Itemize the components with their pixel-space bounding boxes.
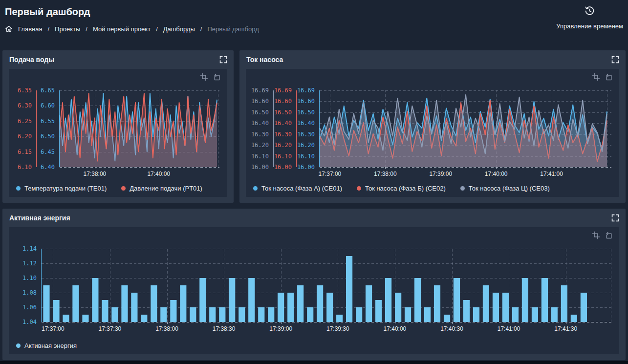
bar xyxy=(434,285,440,322)
bar xyxy=(366,285,372,322)
plot-area[interactable]: 17:38:0017:40:00 xyxy=(60,90,219,167)
fullscreen-button[interactable] xyxy=(611,56,619,64)
bar xyxy=(82,315,88,322)
y-axis-tick-label: 6.40 xyxy=(41,164,55,170)
chart-area: 6.356.306.256.206.156.106.656.606.556.50… xyxy=(9,69,227,197)
breadcrumb-separator: / xyxy=(86,25,87,33)
breadcrumb-separator: / xyxy=(47,25,49,33)
breadcrumb: Главная/Проекты/Мой первый проект/Дашбор… xyxy=(5,25,259,33)
y-axis-tick-label: 16.50 xyxy=(297,109,315,115)
fullscreen-button[interactable] xyxy=(219,56,227,64)
y-axis-3: 16.6916.6016.5016.4016.3016.2016.1016.00 xyxy=(297,90,320,167)
bar xyxy=(141,315,147,322)
legend-label: Ток насоса (Фаза А) (CE01) xyxy=(261,185,342,192)
panel-title: Подача воды xyxy=(9,56,54,64)
crop-zoom-button[interactable] xyxy=(592,231,600,243)
y-axis-tick-label: 16.50 xyxy=(274,109,292,115)
chart-row: 6.356.306.256.206.156.106.656.606.556.50… xyxy=(14,90,219,167)
page-title: Первый дашборд xyxy=(5,6,90,18)
breadcrumb-item[interactable]: Дашборды xyxy=(163,25,195,33)
bar xyxy=(287,293,294,322)
crop-zoom-button[interactable] xyxy=(592,73,600,85)
y-axis-tick-label: 16.69 xyxy=(251,87,269,93)
y-axis-tick-label: 16.10 xyxy=(251,153,269,159)
x-axis-tick xyxy=(167,322,168,324)
y-axis-tick-label: 16.20 xyxy=(274,142,292,148)
breadcrumb-separator: / xyxy=(156,25,158,33)
y-axis-tick-label: 6.65 xyxy=(41,87,55,93)
legend-item[interactable]: Давление подачи (PT01) xyxy=(121,185,202,192)
x-axis-tick xyxy=(159,167,159,169)
y-axis-tick-label: 16.69 xyxy=(274,87,292,93)
chart-row: 1.141.121.101.081.061.0417:37:0017:37:30… xyxy=(14,249,611,322)
y-axis-1: 16.6916.6016.5016.4016.3016.2016.1016.00 xyxy=(251,90,274,167)
y-axis-tick-label: 16.20 xyxy=(297,142,315,148)
legend-label: Давление подачи (PT01) xyxy=(130,185,202,192)
x-axis-tick xyxy=(552,167,552,169)
fullscreen-button[interactable] xyxy=(611,214,619,222)
y-axis-tick-label: 16.10 xyxy=(274,153,292,159)
y-axis-tick-label: 6.25 xyxy=(18,118,32,124)
reset-zoom-button[interactable] xyxy=(605,231,613,243)
bar xyxy=(160,307,167,322)
bar xyxy=(454,278,460,322)
bar xyxy=(258,307,264,322)
x-axis-tick xyxy=(441,167,441,169)
reset-zoom-icon xyxy=(605,231,613,239)
plot-area[interactable]: 17:37:0017:38:0017:39:0017:40:0017:41:00 xyxy=(320,90,611,167)
legend-item[interactable]: Ток насоса (Фаза Ц) (CE03) xyxy=(460,185,550,192)
reset-zoom-button[interactable] xyxy=(213,73,221,85)
breadcrumb-item[interactable]: Проекты xyxy=(55,25,80,33)
bar xyxy=(424,307,431,322)
chart-toolbar xyxy=(9,69,227,85)
y-axis-tick-label: 16.40 xyxy=(297,120,315,126)
bar xyxy=(551,307,558,322)
y-axis-tick-label: 16.00 xyxy=(274,164,292,170)
breadcrumb-item[interactable]: Мой первый проект xyxy=(93,25,151,33)
bar xyxy=(561,285,567,322)
y-axis-tick-label: 16.20 xyxy=(251,142,269,148)
x-axis-tick-label: 17:39:30 xyxy=(326,325,349,332)
legend-item[interactable]: Ток насоса (Фаза А) (CE01) xyxy=(253,185,342,192)
legend-label: Активная энергия xyxy=(24,342,77,349)
bar xyxy=(414,278,421,322)
legend-item[interactable]: Активная энергия xyxy=(16,342,77,349)
bar xyxy=(336,315,343,322)
y-axis-tick-label: 6.60 xyxy=(41,103,55,108)
y-axis-tick-label: 16.50 xyxy=(251,109,269,115)
y-axis-1: 1.141.121.101.081.061.04 xyxy=(14,249,42,322)
legend-label: Ток насоса (Фаза Ц) (CE03) xyxy=(469,185,550,192)
x-axis-tick-label: 17:41:30 xyxy=(554,325,577,332)
legend-item[interactable]: Ток насоса (Фаза Б) (CE02) xyxy=(357,185,446,192)
crop-zoom-icon xyxy=(592,231,600,239)
series-color-dot-icon xyxy=(16,186,21,191)
home-icon[interactable] xyxy=(5,25,13,33)
y-axis-tick-label: 6.10 xyxy=(18,164,32,170)
y-axis-tick-label: 6.30 xyxy=(18,103,32,108)
plot-area[interactable]: 17:37:0017:37:3017:38:0017:38:3017:39:00… xyxy=(42,249,611,322)
x-axis-tick-label: 17:38:00 xyxy=(84,171,107,177)
fullscreen-icon xyxy=(611,56,619,64)
bar xyxy=(522,278,528,322)
legend: Ток насоса (Фаза А) (CE01)Ток насоса (Фа… xyxy=(246,185,619,197)
bar xyxy=(72,285,79,322)
crop-zoom-button[interactable] xyxy=(200,73,208,85)
fullscreen-icon xyxy=(611,214,619,222)
x-axis-tick-label: 17:41:00 xyxy=(498,325,520,332)
time-control-button[interactable]: Управление временем xyxy=(556,6,623,30)
x-axis-tick-label: 17:40:30 xyxy=(440,325,463,332)
series-color-dot-icon xyxy=(16,343,21,348)
series-color-dot-icon xyxy=(121,186,126,191)
reset-zoom-button[interactable] xyxy=(605,73,613,85)
series-color-dot-icon xyxy=(460,186,465,191)
y-axis-tick-label: 16.40 xyxy=(251,120,269,126)
bar xyxy=(317,285,323,322)
breadcrumb-item[interactable]: Главная xyxy=(18,25,42,33)
legend-item[interactable]: Температура подачи (TE01) xyxy=(16,185,107,192)
series-color-dot-icon xyxy=(357,186,361,191)
x-axis-tick-label: 17:38:00 xyxy=(374,171,397,177)
y-axis-tick-label: 1.04 xyxy=(22,319,37,325)
y-axis-2: 16.6916.6016.5016.4016.3016.2016.1016.00 xyxy=(274,90,297,167)
chart-toolbar xyxy=(9,227,619,243)
bar xyxy=(356,307,362,322)
